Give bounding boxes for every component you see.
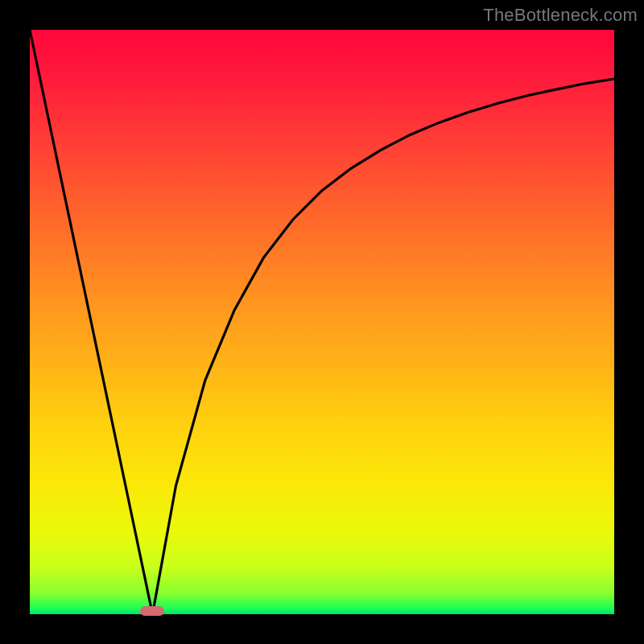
plot-area: [30, 30, 614, 614]
watermark-text: TheBottleneck.com: [483, 5, 638, 26]
curve-right-branch: [152, 79, 614, 614]
curve-left-branch: [30, 30, 152, 614]
chart-frame: TheBottleneck.com: [0, 0, 644, 644]
bottleneck-curve: [30, 30, 614, 614]
minimum-marker: [140, 606, 164, 616]
